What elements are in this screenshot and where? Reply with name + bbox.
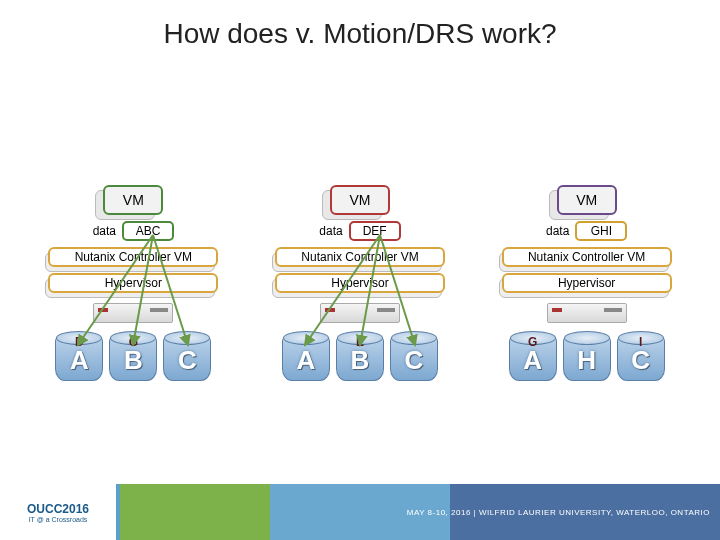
conference-logo: OUCC2016 IT @ a Crossroads xyxy=(0,484,120,540)
vm-box: VM xyxy=(103,185,163,215)
slide-title: How does v. Motion/DRS work? xyxy=(0,18,720,50)
footer: OUCC2016 IT @ a Crossroads MAY 8-10, 201… xyxy=(0,484,720,540)
hypervisor-bar: Hypervisor xyxy=(48,273,218,293)
disk-1: GB xyxy=(109,335,157,381)
disk-0: DA xyxy=(55,335,103,381)
disk-0: GA xyxy=(509,335,557,381)
server-icon xyxy=(547,303,627,323)
footer-text: MAY 8-10, 2016 | WILFRID LAURIER UNIVERS… xyxy=(407,508,710,517)
node-0: VMdataABCNutanix Controller VMHypervisor… xyxy=(38,185,228,381)
nutanix-controller-bar: Nutanix Controller VM xyxy=(502,247,672,267)
node-2: VMdataGHINutanix Controller VMHypervisor… xyxy=(492,185,682,381)
logo-line1: OUCC2016 xyxy=(27,502,89,516)
disk-row: GAHIC xyxy=(509,335,665,381)
vm-box: VM xyxy=(557,185,617,215)
data-row: dataGHI xyxy=(546,221,627,241)
disk-big-label: A xyxy=(55,345,103,376)
hypervisor-bar: Hypervisor xyxy=(502,273,672,293)
logo-line2: IT @ a Crossroads xyxy=(27,516,89,523)
nutanix-controller-bar: Nutanix Controller VM xyxy=(275,247,445,267)
vm-box: VM xyxy=(330,185,390,215)
disk-1: H xyxy=(563,335,611,381)
disk-big-label: C xyxy=(617,345,665,376)
data-row: dataDEF xyxy=(319,221,400,241)
nodes-row: VMdataABCNutanix Controller VMHypervisor… xyxy=(0,185,720,381)
disk-2: C xyxy=(163,335,211,381)
server-icon xyxy=(93,303,173,323)
data-row: dataABC xyxy=(93,221,174,241)
data-label: data xyxy=(546,224,569,238)
data-value-box: DEF xyxy=(349,221,401,241)
disk-0: A xyxy=(282,335,330,381)
disk-2: IC xyxy=(617,335,665,381)
disk-big-label: H xyxy=(563,345,611,376)
disk-big-label: A xyxy=(509,345,557,376)
disk-big-label: B xyxy=(336,345,384,376)
hypervisor-bar: Hypervisor xyxy=(275,273,445,293)
data-label: data xyxy=(319,224,342,238)
disk-big-label: A xyxy=(282,345,330,376)
disk-big-label: C xyxy=(390,345,438,376)
disk-row: AEBC xyxy=(282,335,438,381)
nutanix-controller-bar: Nutanix Controller VM xyxy=(48,247,218,267)
disk-big-label: C xyxy=(163,345,211,376)
data-value-box: ABC xyxy=(122,221,174,241)
server-icon xyxy=(320,303,400,323)
disk-big-label: B xyxy=(109,345,157,376)
data-value-box: GHI xyxy=(575,221,627,241)
data-label: data xyxy=(93,224,116,238)
footer-strip: MAY 8-10, 2016 | WILFRID LAURIER UNIVERS… xyxy=(120,484,720,540)
node-1: VMdataDEFNutanix Controller VMHypervisor… xyxy=(265,185,455,381)
disk-1: EB xyxy=(336,335,384,381)
disk-2: C xyxy=(390,335,438,381)
disk-row: DAGBC xyxy=(55,335,211,381)
